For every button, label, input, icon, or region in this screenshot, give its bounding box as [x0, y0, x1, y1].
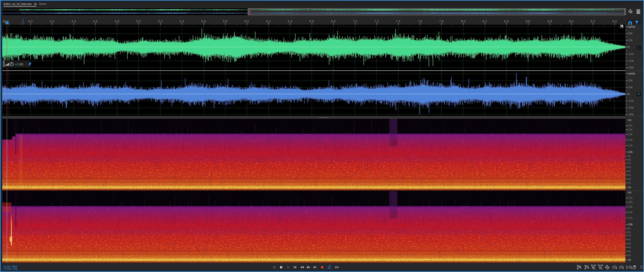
svg-text:{: { [612, 265, 614, 269]
svg-text:}: } [619, 265, 620, 269]
svg-text:{}: {} [626, 265, 628, 269]
